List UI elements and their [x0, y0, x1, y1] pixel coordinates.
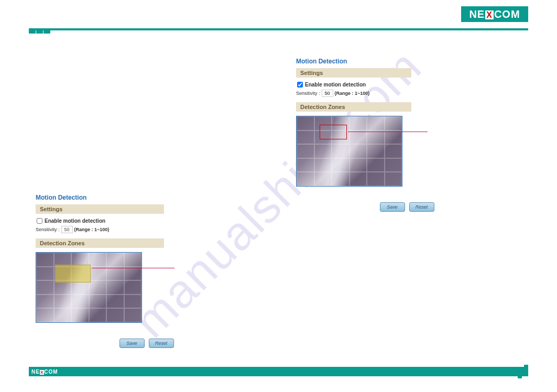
- enable-motion-label: Enable motion detection: [45, 218, 105, 224]
- enable-motion-row: Enable motion detection: [296, 82, 458, 88]
- enable-motion-label: Enable motion detection: [305, 82, 366, 88]
- selected-zone-red[interactable]: [320, 125, 347, 139]
- enable-motion-row: Enable motion detection: [36, 218, 198, 224]
- reset-button[interactable]: Reset: [149, 339, 174, 348]
- brand-logo-text: NEXCOM: [469, 8, 520, 20]
- footer-accent-squares: [518, 367, 528, 376]
- sensitivity-range: (Range : 1~100): [335, 91, 370, 96]
- panel-title: Motion Detection: [36, 194, 198, 201]
- save-button[interactable]: Save: [380, 202, 405, 212]
- save-button[interactable]: Save: [119, 339, 145, 348]
- selected-zone-yellow[interactable]: [55, 265, 91, 282]
- zone-grid: [36, 253, 141, 322]
- sensitivity-row: Sensitivity : (Range : 1~100): [36, 226, 198, 233]
- button-row: Save Reset: [93, 339, 200, 348]
- sensitivity-label: Sensitivity :: [296, 91, 320, 96]
- settings-header: Settings: [36, 204, 164, 214]
- sensitivity-input[interactable]: [322, 90, 333, 97]
- brand-logo-top: NEXCOM: [461, 6, 528, 22]
- settings-header: Settings: [296, 68, 411, 78]
- motion-detection-panel-left: Motion Detection Settings Enable motion …: [36, 194, 198, 348]
- callout-line-left: [92, 268, 174, 268]
- button-row: Save Reset: [354, 202, 460, 212]
- sensitivity-input[interactable]: [61, 226, 73, 233]
- enable-motion-checkbox[interactable]: [37, 218, 42, 224]
- motion-detection-panel-right: Motion Detection Settings Enable motion …: [296, 58, 458, 212]
- panel-title: Motion Detection: [296, 58, 458, 65]
- reset-button[interactable]: Reset: [409, 202, 434, 212]
- callout-line-right: [348, 132, 428, 132]
- sensitivity-label: Sensitivity :: [36, 227, 60, 232]
- header-divider: [29, 28, 528, 30]
- footer-band: [29, 367, 528, 376]
- zones-header: Detection Zones: [36, 238, 164, 248]
- zone-grid: [297, 116, 402, 186]
- brand-logo-footer: NEXCOM: [31, 369, 58, 375]
- sensitivity-row: Sensitivity : (Range : 1~100): [296, 90, 458, 97]
- sensitivity-range: (Range : 1~100): [74, 227, 110, 232]
- detection-zone-preview[interactable]: [36, 252, 142, 323]
- header-accent-squares: [29, 28, 51, 34]
- enable-motion-checkbox[interactable]: [297, 82, 303, 88]
- zones-header: Detection Zones: [296, 102, 411, 112]
- detection-zone-preview[interactable]: [296, 116, 402, 187]
